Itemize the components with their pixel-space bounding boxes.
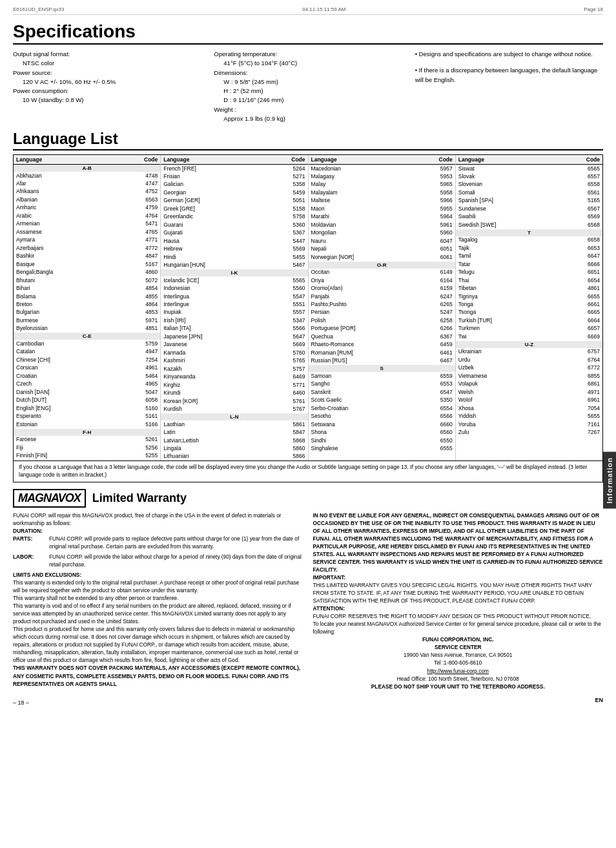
language-table: Language Code A-BAbkhazian4748Afar4747Af… [13, 154, 603, 461]
lang-name: Assamese [16, 229, 42, 236]
list-item: Panjabi6247 [309, 293, 455, 300]
lang-section-header: T [456, 229, 602, 236]
lang-code: 6061 [440, 254, 453, 261]
lang-name: Armenian [16, 220, 39, 227]
lang-name: Malayalam [311, 189, 338, 196]
lang-code: 6657 [588, 325, 600, 332]
lang-code: 5161 [145, 413, 158, 420]
lang-code: 4759 [145, 204, 158, 211]
list-item: Malay5965 [309, 181, 455, 189]
list-item: Greek [GRE]5158 [161, 205, 307, 212]
lang-code: 6554 [440, 405, 453, 412]
lang-name: Occitan [311, 269, 330, 276]
list-item: Sanskrit6547 [309, 388, 455, 396]
lang-code: 6051 [440, 245, 453, 253]
lang-name: Urdu [458, 357, 470, 364]
lang-code: 5167 [145, 261, 158, 268]
lang-col-3-header: Language Code [309, 155, 455, 165]
lang-name: Aymara [16, 236, 35, 243]
warranty-header: MAGNAVOX Limited Warranty [13, 489, 603, 508]
lang-name: Rhaeto-Romance [311, 341, 354, 348]
lang-name: Nepali [311, 245, 327, 253]
lang-col-2: Language Code French [FRE]5264Frisian527… [161, 155, 308, 460]
list-item: Hindi5455 [161, 253, 307, 261]
lang-code: 6565 [588, 165, 600, 172]
language-note: If you choose a Language that has a 3 le… [13, 461, 603, 482]
lang-code: 6265 [440, 301, 453, 308]
list-item: Interlingue5551 [161, 301, 307, 309]
lang-code: 5358 [293, 181, 305, 188]
lang-code: 6669 [588, 333, 600, 340]
list-item: Assamese4765 [14, 228, 160, 236]
list-item: Quechua6367 [309, 333, 455, 340]
lang-name: Estonian [16, 421, 37, 428]
list-item: Byelorussian4851 [14, 325, 160, 333]
lang-name: Maori [311, 205, 325, 212]
lang-col-1: Language Code A-BAbkhazian4748Afar4747Af… [14, 155, 161, 460]
lang-name: Sindhi [311, 437, 327, 444]
lang-name: Nauru [311, 238, 326, 245]
list-item: Turkish [TUR]6664 [456, 316, 602, 324]
list-item: Kirundi6460 [161, 389, 307, 397]
lang-name: Moldavian [311, 222, 336, 229]
lang-section-header: I-K [161, 269, 307, 276]
lang-name: Abkhazian [16, 172, 42, 180]
lang-name: Interlingua [163, 293, 189, 300]
lang-name: Wolof [458, 397, 473, 404]
lang-code: 5771 [293, 382, 305, 389]
specs-col2: Operating temperature: 41°F (5°C) to 104… [214, 50, 402, 123]
lang-code: 5347 [293, 317, 305, 324]
lang-name: Italian [ITA] [163, 325, 190, 332]
list-item: Croatian5464 [14, 372, 160, 380]
lang-col-4-header: Language Code [456, 155, 602, 165]
attention-text: FUNAI CORP. RESERVES THE RIGHT TO MODIFY… [313, 612, 604, 620]
lang-name: Oromo(Afan) [311, 285, 343, 292]
list-item: Greenlandic5758 [161, 213, 307, 221]
list-item: Samoan6559 [309, 372, 455, 380]
list-item: Scots Gaelic5350 [309, 397, 455, 404]
spec-note1: • Designs and specifications are subject… [415, 50, 603, 59]
company-address: 19900 Van Ness Avenue, Torrance, CA 9050… [313, 651, 604, 659]
lang-name: Vietnamese [458, 373, 488, 380]
list-item: Serbo-Croatian6554 [309, 404, 455, 412]
lang-name: Ukrainian [458, 348, 482, 355]
lang-code: 6553 [440, 380, 453, 388]
lang-code: 5467 [293, 262, 305, 269]
lang-name: Kashmiri [163, 357, 185, 364]
lang-section-header: U-Z [456, 341, 602, 348]
list-item: Tajik6653 [456, 244, 602, 252]
lang-name: Macedonian [311, 165, 341, 172]
list-item: Rhaeto-Romance6459 [309, 341, 455, 349]
list-item: Indonesian5560 [161, 285, 307, 293]
warranty-p5: THIS WARRANTY DOES NOT COVER PACKING MAT… [13, 664, 303, 687]
list-item: Lingala5860 [161, 444, 307, 452]
lang-code: 5264 [293, 165, 305, 172]
head-office: Head Office: 100 North Street, Teterboro… [313, 675, 604, 683]
lang-code: 5256 [145, 444, 158, 451]
lang-code: 6665 [588, 309, 600, 316]
lang-name: Kirundi [163, 389, 180, 397]
lang-name: Korean [KOR] [163, 398, 198, 405]
lang-name: Tamil [458, 253, 471, 260]
list-item: Lithuanian5866 [161, 453, 307, 460]
lang-code: 6757 [588, 348, 600, 355]
lang-code: 6666 [588, 261, 600, 268]
list-item: Guarani5360 [161, 221, 307, 229]
lang-code: 5158 [293, 205, 305, 212]
list-item: English [ENG]5160 [14, 404, 160, 412]
lang-code: 6557 [588, 173, 600, 180]
warranty-body: FUNAI CORP. will repair this MAGNAVOX pr… [13, 512, 603, 690]
lang-code: 5957 [440, 165, 453, 172]
list-item: Kirghiz5771 [161, 381, 307, 389]
lang-code: 6661 [588, 301, 600, 308]
limits-label: LIMITS AND EXCLUSIONS: [13, 571, 303, 579]
list-item: Armenian5471 [14, 220, 160, 228]
lang-code: 7267 [588, 429, 600, 436]
list-item: Volapuk6861 [456, 380, 602, 388]
lang-name: Scots Gaelic [311, 397, 342, 404]
lang-code: 5455 [293, 254, 305, 261]
list-item: Slovenian6558 [456, 181, 602, 189]
lang-code: 6655 [588, 293, 600, 300]
lang-name: Malay [311, 181, 326, 188]
lang-code: 4847 [145, 253, 158, 260]
